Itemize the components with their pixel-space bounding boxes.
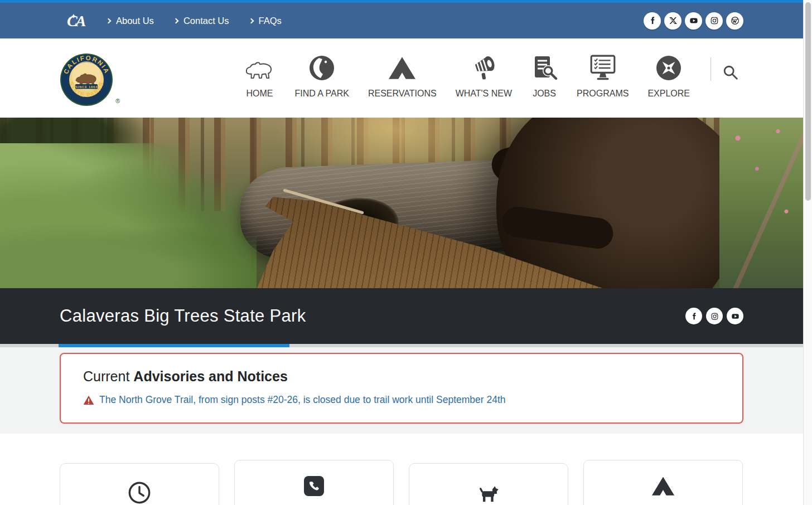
megaphone-icon: [470, 52, 497, 84]
nav-item-jobs[interactable]: JOBS: [521, 52, 567, 99]
nav-item-label: WHAT'S NEW: [456, 89, 512, 99]
document-search-icon: [531, 52, 558, 84]
nav-menu: HOME FIND A PARK RESERVATIONS WHAT'S NEW…: [234, 38, 743, 99]
advisories-section: Current Advisories and Notices The North…: [0, 347, 803, 434]
nav-item-whats-new[interactable]: WHAT'S NEW: [446, 52, 521, 99]
nav-item-label: JOBS: [533, 89, 556, 99]
government-topbar: CA About Us Contact Us FAQs: [0, 3, 803, 38]
wordpress-icon[interactable]: [726, 12, 743, 30]
topbar-link-label: About Us: [116, 16, 154, 26]
svg-text:SINCE 1864: SINCE 1864: [75, 85, 98, 89]
facebook-icon[interactable]: [685, 308, 702, 324]
chevron-right-icon: [173, 18, 178, 23]
monitor-checklist-icon: [589, 52, 617, 84]
bear-icon: [243, 52, 276, 84]
instagram-icon[interactable]: [706, 308, 723, 324]
chevron-right-icon: [248, 18, 254, 23]
advisories-heading-prefix: Current: [83, 368, 129, 384]
search-icon: [722, 64, 739, 81]
topbar-link-about-us[interactable]: About Us: [107, 16, 154, 26]
tent-icon: [388, 52, 416, 84]
nav-item-label: RESERVATIONS: [368, 89, 437, 99]
card-dogs-allowed[interactable]: Are dogs Allowed?: [409, 463, 568, 505]
main-navigation: CALIFORNIA STATE PARKS SINCE 1864 ® HOME…: [0, 38, 803, 118]
topbar-link-contact-us[interactable]: Contact Us: [174, 16, 229, 26]
title-underline-accent: [59, 344, 289, 347]
dog-icon: [415, 480, 562, 505]
x-twitter-icon[interactable]: [664, 12, 682, 30]
advisory-text: The North Grove Trail, from sign posts #…: [99, 394, 506, 406]
advisories-heading-emphasis: Advisories and Notices: [133, 368, 287, 384]
hero-foreground-grass: [0, 221, 257, 288]
page-title: Calaveras Big Trees State Park: [60, 306, 306, 326]
search-button[interactable]: [718, 60, 743, 88]
hero-foliage-right: [719, 118, 803, 288]
topbar-social-icons: [644, 12, 743, 30]
advisories-heading: Current Advisories and Notices: [83, 368, 720, 385]
youtube-icon[interactable]: [685, 12, 702, 30]
nav-item-programs[interactable]: PROGRAMS: [567, 52, 638, 99]
instagram-icon[interactable]: [705, 12, 723, 30]
park-header: Calaveras Big Trees State Park: [0, 288, 803, 344]
nav-item-find-a-park[interactable]: FIND A PARK: [285, 52, 359, 99]
registered-trademark: ®: [115, 98, 120, 104]
quick-links-section: Park Hours Contact Information Are dogs …: [0, 434, 803, 505]
youtube-icon[interactable]: [727, 308, 743, 324]
nav-item-label: FIND A PARK: [294, 89, 349, 99]
park-social-icons: [685, 308, 743, 324]
nav-item-label: PROGRAMS: [577, 89, 629, 99]
hero-photo: [0, 118, 803, 288]
ca-gov-logo[interactable]: CA: [66, 12, 92, 30]
card-park-hours[interactable]: Park Hours: [60, 463, 219, 505]
tent-icon: [589, 474, 737, 498]
nav-item-label: HOME: [246, 89, 273, 99]
scrollbar-track[interactable]: [803, 0, 812, 505]
topbar-link-label: Contact Us: [183, 16, 229, 26]
nav-item-explore[interactable]: EXPLORE: [638, 52, 699, 99]
facebook-icon[interactable]: [644, 12, 661, 30]
page: CA About Us Contact Us FAQs: [0, 0, 803, 505]
hero-root-mass: [496, 118, 742, 288]
advisory-link[interactable]: The North Grove Trail, from sign posts #…: [83, 394, 720, 406]
card-reservation-availability[interactable]: Reservation Availability: [583, 460, 743, 505]
nav-item-reservations[interactable]: RESERVATIONS: [359, 52, 446, 99]
topbar-links: About Us Contact Us FAQs: [107, 16, 282, 26]
compass-icon: [655, 52, 682, 84]
svg-text:CA: CA: [67, 12, 86, 30]
advisory-card: Current Advisories and Notices The North…: [60, 353, 743, 424]
nav-item-label: EXPLORE: [647, 89, 690, 99]
topbar-link-label: FAQs: [259, 16, 282, 26]
warning-triangle-icon: [83, 395, 94, 405]
card-contact-information[interactable]: Contact Information: [234, 460, 394, 505]
nav-divider: [710, 57, 711, 81]
california-globe-icon: [308, 52, 335, 84]
topbar-link-faqs[interactable]: FAQs: [249, 16, 282, 26]
chevron-right-icon: [106, 18, 112, 23]
phone-icon: [240, 474, 388, 498]
ca-gov-logo-icon: CA: [66, 12, 92, 30]
nav-item-home[interactable]: HOME: [234, 52, 285, 99]
clock-icon: [66, 480, 213, 505]
state-parks-logo-icon: CALIFORNIA STATE PARKS SINCE 1864: [60, 53, 113, 106]
state-parks-logo[interactable]: CALIFORNIA STATE PARKS SINCE 1864 ®: [60, 53, 113, 109]
scrollbar-thumb[interactable]: [805, 2, 811, 201]
